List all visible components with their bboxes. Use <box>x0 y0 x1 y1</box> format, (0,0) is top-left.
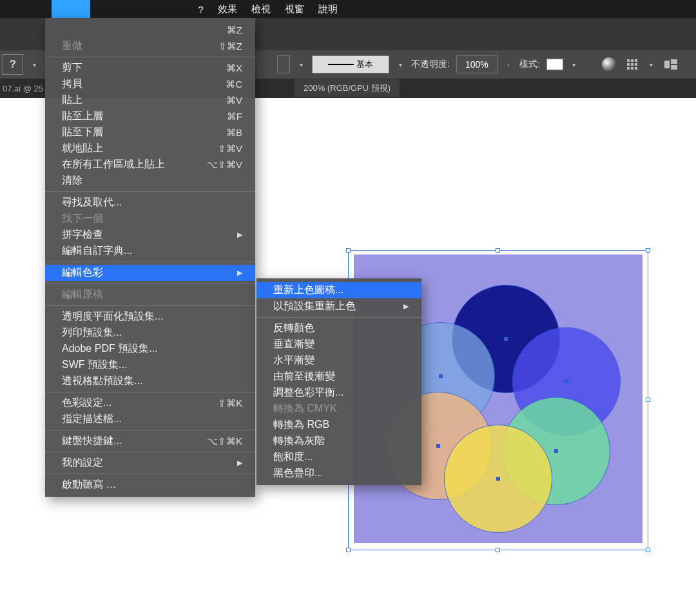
menu-edit-active[interactable] <box>52 0 90 18</box>
menu-item-view[interactable]: 檢視 <box>251 3 271 15</box>
mi-pdf-presets[interactable]: Adobe PDF 預設集... <box>45 341 255 357</box>
mi-paste-front[interactable]: 貼至上層⌘F <box>45 108 255 124</box>
edit-color-submenu: 重新上色圖稿... 以預設集重新上色▶ 反轉顏色 垂直漸變 水平漸變 由前至後漸… <box>256 278 421 485</box>
chevron-down-icon[interactable]: ▾ <box>296 61 305 68</box>
svg-rect-3 <box>627 63 630 66</box>
edit-menu: ⌘Z 重做⇧⌘Z 剪下⌘X 拷貝⌘C 貼上⌘V 貼至上層⌘F 貼至下層⌘B 就地… <box>45 18 255 497</box>
menu-item[interactable]: ? <box>198 4 204 15</box>
mi-saturate[interactable]: 飽和度... <box>256 449 421 465</box>
menu-item-effect[interactable]: 效果 <box>218 3 237 15</box>
mi-paste-back[interactable]: 貼至下層⌘B <box>45 124 255 140</box>
mi-my-settings[interactable]: 我的設定▶ <box>45 455 255 471</box>
stroke-select[interactable]: 基本 <box>312 55 389 73</box>
svg-rect-0 <box>627 59 630 62</box>
mi-balance[interactable]: 調整色彩平衡... <box>256 385 421 401</box>
mi-dict[interactable]: 編輯自訂字典... <box>45 243 255 259</box>
mi-invert[interactable]: 反轉顏色 <box>256 320 421 336</box>
svg-rect-8 <box>635 67 637 70</box>
mi-find-next: 找下一個 <box>45 211 255 227</box>
chevron-down-icon[interactable]: ▾ <box>647 61 656 68</box>
document-tab[interactable]: 200% (RGB/GPU 預視) <box>295 79 400 97</box>
mi-copy[interactable]: 拷貝⌘C <box>45 76 255 92</box>
chevron-down-icon[interactable]: ▾ <box>396 61 405 68</box>
mi-recolor[interactable]: 重新上色圖稿... <box>256 282 421 298</box>
mi-paste-place[interactable]: 就地貼上⇧⌘V <box>45 140 255 157</box>
mi-hblend[interactable]: 水平漸變 <box>256 352 421 369</box>
stroke-label: 基本 <box>356 59 373 70</box>
opacity-field[interactable]: 100% <box>456 55 498 73</box>
mi-fbblend[interactable]: 由前至後漸變 <box>256 369 421 385</box>
mi-clear[interactable]: 清除 <box>45 173 255 189</box>
menu-item-help[interactable]: 說明 <box>318 3 338 15</box>
mi-swf-presets[interactable]: SWF 預設集... <box>45 357 255 373</box>
arrange-icon[interactable] <box>662 56 679 73</box>
chevron-right-icon[interactable]: › <box>504 61 513 68</box>
mi-black-overprint[interactable]: 黑色疊印... <box>256 465 421 481</box>
svg-rect-7 <box>631 67 633 70</box>
mi-dictation[interactable]: 啟動聽寫 … <box>45 477 255 493</box>
chevron-down-icon[interactable]: ▾ <box>30 61 39 68</box>
style-swatch[interactable] <box>546 59 563 70</box>
mi-to-rgb[interactable]: 轉換為 RGB <box>256 417 421 433</box>
mi-undo[interactable]: ⌘Z <box>45 22 255 38</box>
mi-cut[interactable]: 剪下⌘X <box>45 60 255 76</box>
mi-assign-profile[interactable]: 指定描述檔... <box>45 411 255 427</box>
mi-edit-orig: 編輯原稿 <box>45 287 255 303</box>
svg-rect-2 <box>635 59 637 62</box>
svg-rect-5 <box>635 63 637 66</box>
document-info-left: 07.ai @ 25 <box>3 84 43 93</box>
style-label: 樣式: <box>519 59 540 70</box>
chevron-down-icon[interactable]: ▾ <box>570 61 579 68</box>
mi-spell[interactable]: 拼字檢查▶ <box>45 227 255 243</box>
stroke-line-icon <box>328 64 354 65</box>
mi-color-settings[interactable]: 色彩設定...⇧⌘K <box>45 395 255 411</box>
mi-paste[interactable]: 貼上⌘V <box>45 92 255 108</box>
opacity-label: 不透明度: <box>411 59 450 70</box>
mi-vblend[interactable]: 垂直漸變 <box>256 336 421 352</box>
mi-flatten[interactable]: 透明度平面化預設集... <box>45 309 255 325</box>
mi-to-gray[interactable]: 轉換為灰階 <box>256 433 421 449</box>
svg-rect-9 <box>664 61 670 68</box>
mi-paste-all[interactable]: 在所有工作區域上貼上⌥⇧⌘V <box>45 157 255 173</box>
align-icon[interactable] <box>624 56 641 73</box>
menubar: x ? 效果 檢視 視窗 說明 <box>0 0 696 18</box>
mi-shortcuts[interactable]: 鍵盤快捷鍵...⌥⇧⌘K <box>45 433 255 449</box>
svg-rect-4 <box>631 63 633 66</box>
mi-redo: 重做⇧⌘Z <box>45 38 255 54</box>
svg-rect-10 <box>671 59 677 64</box>
svg-rect-11 <box>671 65 677 70</box>
mi-recolor-preset[interactable]: 以預設集重新上色▶ <box>256 298 421 314</box>
mi-persp-presets[interactable]: 透視格點預設集... <box>45 373 255 389</box>
svg-rect-1 <box>631 59 633 62</box>
svg-rect-6 <box>627 67 630 70</box>
mi-edit-color[interactable]: 編輯色彩▶ <box>45 265 255 281</box>
mi-print-presets[interactable]: 列印預設集... <box>45 325 255 341</box>
help-icon[interactable]: ? <box>3 54 23 75</box>
menu-item-window[interactable]: 視窗 <box>285 3 304 15</box>
mi-to-cmyk: 轉換為 CMYK <box>256 401 421 417</box>
recolor-icon[interactable] <box>601 56 617 73</box>
mi-find[interactable]: 尋找及取代... <box>45 195 255 211</box>
fill-swatch[interactable] <box>277 55 290 73</box>
